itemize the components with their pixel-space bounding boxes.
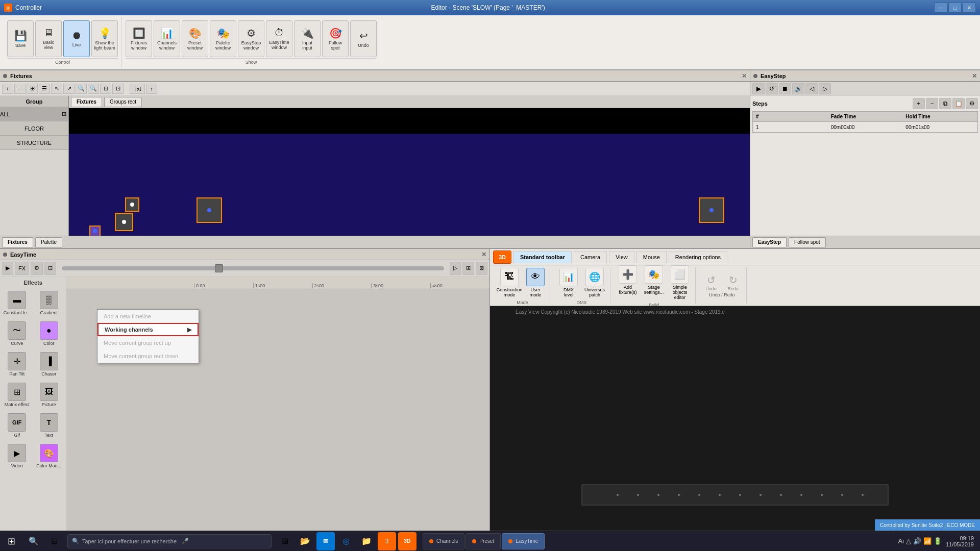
- taskbar-app-explorer[interactable]: 📁: [357, 532, 376, 550]
- et-arrow[interactable]: ▷: [450, 262, 461, 275]
- save-button[interactable]: 💾 Save: [7, 20, 34, 57]
- palette-window-button[interactable]: 🎭 Palettewindow: [210, 20, 236, 57]
- es-loop[interactable]: ↺: [766, 83, 778, 94]
- easystep-window-button[interactable]: ⚙ EasyStepwindow: [238, 20, 264, 57]
- right-large-fixture[interactable]: [699, 197, 724, 223]
- taskbar-app-edge[interactable]: ◎: [337, 532, 355, 550]
- et-btn4[interactable]: ⊡: [44, 262, 56, 275]
- timeline-area[interactable]: Add a new timeline Working channels ▶ Mo…: [66, 289, 489, 531]
- taskbar-app-2[interactable]: ⊟: [45, 532, 63, 550]
- easytime-panel-close[interactable]: ✕: [481, 251, 486, 258]
- ft-arrow[interactable]: ↑: [146, 84, 157, 94]
- add-fixture-btn[interactable]: ➕ Addfixture(s): [616, 264, 640, 302]
- et-slider-thumb[interactable]: [215, 264, 223, 272]
- fixture-7[interactable]: [125, 197, 139, 212]
- minimize-button[interactable]: ─: [934, 3, 947, 13]
- fixtures-group-structure[interactable]: STRUCTURE: [0, 136, 68, 150]
- ft-btn10[interactable]: ⊡: [112, 84, 124, 94]
- input-button[interactable]: 🔌 Inputinput: [294, 20, 321, 57]
- live-button[interactable]: ⏺ Live: [63, 20, 90, 57]
- fixtures-tab-groups-rect[interactable]: Groups rect: [104, 97, 142, 107]
- effect-color[interactable]: ● Color: [34, 319, 64, 348]
- stage-settings-btn[interactable]: 🎭 Stagesettings...: [642, 264, 666, 302]
- channels-window-button[interactable]: 📊 Channelswindow: [154, 20, 180, 57]
- effect-curve[interactable]: 〜 Curve: [2, 319, 32, 348]
- et-timeline-slider[interactable]: [62, 266, 444, 270]
- ctx-move-up[interactable]: Move current group rect up: [97, 336, 199, 349]
- et-settings[interactable]: ⚙: [31, 262, 43, 275]
- fixtures-tab-fixtures[interactable]: Fixtures: [71, 97, 102, 107]
- effect-video[interactable]: ▶ Video: [2, 442, 32, 470]
- et-grid[interactable]: ⊞: [462, 262, 474, 275]
- rendering-tab[interactable]: Rendering options: [669, 251, 727, 263]
- construction-mode-btn[interactable]: 🏗 Constructionmode: [497, 266, 522, 299]
- easystep-tab[interactable]: EasyStep: [752, 237, 787, 247]
- dmx-level-btn[interactable]: 📊 DMXlevel: [556, 266, 581, 299]
- es-fwd[interactable]: ▷: [819, 83, 831, 94]
- es-play[interactable]: ▶: [752, 83, 765, 94]
- es-back[interactable]: ◁: [805, 83, 818, 94]
- effect-gif[interactable]: GIF Gif: [2, 411, 32, 440]
- step-row-1[interactable]: 1 00m00s00 00m01s00: [753, 122, 977, 132]
- close-button[interactable]: ✕: [963, 3, 976, 13]
- ft-btn5[interactable]: ↖: [51, 84, 62, 94]
- effect-color-man[interactable]: 🎨 Color Man...: [34, 442, 64, 470]
- ft-btn3[interactable]: ⊞: [27, 84, 38, 94]
- center-large-fixture[interactable]: [197, 197, 222, 223]
- taskbar-tab-preset[interactable]: Preset: [465, 533, 501, 549]
- fixtures-panel-close[interactable]: ✕: [742, 72, 747, 80]
- steps-settings[interactable]: ⚙: [966, 98, 978, 109]
- steps-paste[interactable]: 📋: [952, 98, 965, 109]
- tray-icon-network[interactable]: 📶: [923, 537, 932, 545]
- effect-matrix[interactable]: ⊞ Matrix effect: [2, 381, 32, 409]
- show-light-beam-button[interactable]: 💡 Show thelight beam: [91, 20, 118, 57]
- steps-copy[interactable]: ⧉: [939, 98, 951, 109]
- fixtures-group-floor[interactable]: FLOOR: [0, 121, 68, 136]
- effect-gradient[interactable]: ▒ Gradient: [34, 289, 64, 317]
- fixtures-group-all[interactable]: ALL ⊞: [0, 107, 68, 121]
- effect-constant[interactable]: ▬ Constant le...: [2, 289, 32, 317]
- taskbar-app-3d[interactable]: 3D: [398, 532, 416, 550]
- ctx-working-channels[interactable]: Working channels ▶: [97, 323, 199, 336]
- ft-remove-button[interactable]: −: [14, 84, 26, 94]
- floor-fixture-3[interactable]: [89, 226, 101, 236]
- ft-zoom-out[interactable]: 🔍: [88, 84, 99, 94]
- view3d-icon-btn[interactable]: 3D: [493, 251, 511, 264]
- taskbar-app-outlook[interactable]: ✉: [316, 532, 335, 550]
- taskbar-app-1[interactable]: 🔍: [24, 532, 43, 550]
- ctx-move-down[interactable]: Move current group rect down: [97, 349, 199, 363]
- ft-txt[interactable]: Txt: [130, 84, 145, 94]
- es-vol[interactable]: 🔊: [792, 83, 804, 94]
- undo-button[interactable]: ↩ Undo: [350, 20, 377, 57]
- et-grid2[interactable]: ⊠: [476, 262, 487, 275]
- start-button[interactable]: ⊞: [2, 532, 20, 550]
- tray-icon-1[interactable]: △: [906, 537, 911, 545]
- taskbar-tab-channels[interactable]: Channels: [423, 533, 464, 549]
- taskbar-app-3[interactable]: ⊞: [276, 532, 294, 550]
- view-tab[interactable]: View: [609, 251, 634, 263]
- camera-tab[interactable]: Camera: [574, 251, 607, 263]
- ctx-add-timeline[interactable]: Add a new timeline: [97, 310, 199, 323]
- effect-chaser[interactable]: ▐ Chaser: [34, 350, 64, 379]
- user-mode-btn[interactable]: 👁 Usermode: [523, 266, 548, 299]
- ft-zoom-in[interactable]: 🔍: [76, 84, 87, 94]
- followspot-tab[interactable]: Follow spot: [789, 237, 826, 247]
- preset-window-button[interactable]: 🎨 Presetwindow: [182, 20, 208, 57]
- taskbar-tab-easytime[interactable]: EasyTime: [502, 533, 545, 549]
- follow-spot-button[interactable]: 🎯 Followspot: [322, 20, 349, 57]
- redo-btn[interactable]: ↻ Redo: [723, 274, 743, 291]
- ft-btn4[interactable]: ☰: [39, 84, 50, 94]
- large-fixture-6[interactable]: [115, 213, 133, 231]
- universes-patch-btn[interactable]: 🌐 Universespatch: [582, 266, 607, 299]
- ft-add-button[interactable]: +: [2, 84, 13, 94]
- fixtures-bottom-tab-fixtures[interactable]: Fixtures: [2, 237, 33, 247]
- ft-btn6[interactable]: ↗: [63, 84, 75, 94]
- steps-remove[interactable]: −: [926, 98, 938, 109]
- taskbar-app-4[interactable]: 📂: [296, 532, 314, 550]
- es-stop[interactable]: ⏹: [779, 83, 791, 94]
- et-play[interactable]: ▶: [2, 262, 13, 275]
- tray-ai[interactable]: Ai: [898, 537, 904, 545]
- fixtures-window-button[interactable]: 🔲 Fixtureswindow: [126, 20, 152, 57]
- effect-pan-tilt[interactable]: ✛ Pan Tilt: [2, 350, 32, 379]
- mouse-tab[interactable]: Mouse: [636, 251, 667, 263]
